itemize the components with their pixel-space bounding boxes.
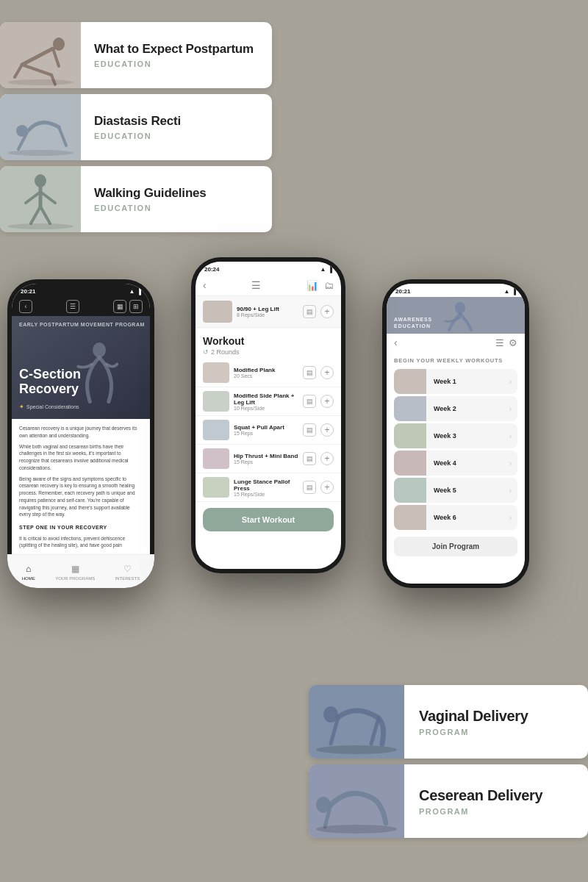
calendar-icon[interactable]: ▦	[113, 300, 126, 313]
phone1-body-p1: Cesarean recovery is a unique journey th…	[19, 425, 143, 440]
phone2-exercise-list: Modified Plank 20 Secs ▤ + Modified Side…	[196, 359, 341, 502]
card-image-3	[0, 166, 81, 232]
battery-icon: ▐	[137, 288, 141, 295]
phone2-ex-row-0[interactable]: Modified Plank 20 Secs ▤ +	[196, 359, 341, 387]
phone2-ex-plus-1[interactable]: +	[320, 395, 334, 408]
phone-workout: 20:24 ▲ ▐ ‹ ☰ 📊 🗂 90/90 + Leg Lift	[191, 257, 345, 573]
bc-text-cesarean: Ceserean Delivery PROGRAM	[404, 787, 588, 816]
settings-icon[interactable]: ⊞	[129, 300, 143, 313]
phone3-week-5-label: Week 5	[426, 487, 509, 494]
phone2-ex-row-3[interactable]: Hip Thrust + Mini Band 15 Reps ▤ +	[196, 445, 341, 473]
phone3-week-6-label: Week 6	[426, 514, 509, 521]
card-cesarean-delivery[interactable]: Ceserean Delivery PROGRAM	[309, 764, 588, 838]
phone2-ex-name-1: Modified Side Plank + Leg Lift	[234, 392, 298, 406]
phone2-start-btn[interactable]: Start Workout	[203, 508, 334, 531]
phone2-chart-btn[interactable]: ▤	[303, 305, 316, 318]
phone1-body-p3: Being aware of the signs and symptoms sp…	[19, 476, 143, 519]
card-text-2: Diastasis Recti EDUCATION	[81, 114, 272, 140]
phone3-week-2-chevron: ›	[509, 405, 517, 413]
phone2-chart-icon[interactable]: 📊	[306, 280, 318, 291]
phone2-ex-actions-3: ▤ +	[303, 452, 334, 465]
phone2-ex-row-2[interactable]: Squat + Pull Apart 15 Reps ▤ +	[196, 416, 341, 445]
phone2-ex-thumb-0	[203, 362, 229, 383]
phone-weekly: 20:21 ▲ ▐ Awareness EDUCATIO	[382, 279, 529, 588]
phone2-ex-actions-0: ▤ +	[303, 366, 334, 379]
phone2-top-thumb	[203, 301, 232, 323]
card-vaginal-delivery[interactable]: Vaginal Delivery PROGRAM	[309, 685, 588, 759]
phone3-menu-icon[interactable]: ☰	[495, 337, 504, 348]
card-walking-guidelines[interactable]: Walking Guidelines EDUCATION	[0, 166, 272, 232]
nav-home[interactable]: ⌂ HOME	[22, 563, 35, 581]
phone3-wifi: ▲	[503, 288, 509, 295]
phone3-week-5[interactable]: Week 5 ›	[394, 478, 517, 503]
phone2-ex-chart-2[interactable]: ▤	[303, 423, 316, 437]
phone2-plus-btn[interactable]: +	[320, 305, 334, 318]
phone3-week-3-label: Week 3	[426, 432, 509, 440]
phone3-battery: ▐	[512, 288, 516, 295]
phone3-week-5-img	[394, 478, 426, 503]
bottom-card-list: Vaginal Delivery PROGRAM Ceserean Delive…	[309, 685, 588, 838]
phone3-week-4[interactable]: Week 4 ›	[394, 451, 517, 476]
phone2-top-ex-reps: 8 Reps/Side	[237, 312, 279, 318]
phone2-ex-chart-3[interactable]: ▤	[303, 452, 316, 465]
svg-point-21	[93, 343, 106, 357]
phone3-week-6-img	[394, 505, 426, 530]
phone1-early-tag: EARLY POSTPARTUM MOVEMENT PROGRAM	[19, 322, 145, 327]
phone1-top-bar: ‹ ☰ ▦ ⊞	[12, 297, 150, 316]
phone2-menu-icon[interactable]: ☰	[251, 279, 261, 291]
phone2-ex-plus-3[interactable]: +	[320, 452, 334, 465]
phone3-hero-label: Awareness EDUCATION	[394, 316, 432, 329]
phone3-week-2[interactable]: Week 2 ›	[394, 396, 517, 421]
phone2-ex-thumb-3	[203, 448, 229, 469]
menu-icon[interactable]: ☰	[66, 300, 79, 313]
svg-point-32	[316, 825, 397, 833]
phone2-ex-row-4[interactable]: Lunge Stance Pallof Press 15 Reps/Side ▤…	[196, 473, 341, 502]
phone2-ex-chart-4[interactable]: ▤	[303, 481, 316, 494]
phone3-top-bar: ‹ ☰ ⚙	[387, 334, 525, 351]
phone2-ex-reps-0: 20 Secs	[234, 373, 298, 379]
bc-title-vaginal: Vaginal Delivery	[419, 708, 573, 725]
phone2-ex-chart-1[interactable]: ▤	[303, 395, 316, 408]
phone2-ex-plus-4[interactable]: +	[320, 481, 334, 494]
phone3-join-btn[interactable]: Join Program	[394, 537, 517, 556]
phone2-add-icon[interactable]: 🗂	[324, 280, 334, 291]
card-diastasis-recti[interactable]: Diastasis Recti EDUCATION	[0, 94, 272, 160]
bc-subtitle-vaginal: PROGRAM	[419, 728, 573, 736]
phone2-ex-plus-2[interactable]: +	[320, 423, 334, 437]
phone3-week-6[interactable]: Week 6 ›	[394, 505, 517, 530]
phone3-back-btn[interactable]: ‹	[394, 337, 398, 348]
card-what-to-expect[interactable]: What to Expect Postpartum EDUCATION	[0, 22, 272, 88]
phone3-settings-icon[interactable]: ⚙	[509, 337, 517, 348]
card-image-1	[0, 22, 81, 88]
phone2-ex-reps-3: 15 Reps	[234, 459, 298, 465]
phone2-top-nav: ‹ ☰ 📊 🗂	[196, 275, 341, 296]
phone2-ex-row-1[interactable]: Modified Side Plank + Leg Lift 10 Reps/S…	[196, 387, 341, 416]
phone2-battery: ▐	[328, 266, 332, 273]
wifi-icon: ▲	[129, 288, 135, 295]
svg-point-28	[316, 745, 397, 754]
phone2-ex-thumb-4	[203, 477, 229, 498]
phone2-ex-info-4: Lunge Stance Pallof Press 15 Reps/Side	[234, 478, 298, 497]
phone1-hero-title: C-SectionRecovery	[19, 368, 81, 397]
phone1-body: Cesarean recovery is a unique journey th…	[12, 419, 150, 555]
phone1-time: 20:21	[21, 288, 35, 295]
phone2-ex-chart-0[interactable]: ▤	[303, 366, 316, 379]
phone2-back-btn[interactable]: ‹	[203, 279, 207, 291]
programs-icon: ▦	[69, 563, 81, 575]
phone2-top-exercise: 90/90 + Leg Lift 8 Reps/Side ▤ +	[196, 296, 341, 328]
back-icon[interactable]: ‹	[19, 300, 32, 313]
bc-subtitle-cesarean: PROGRAM	[419, 807, 573, 816]
phone3-week-4-img	[394, 451, 426, 476]
card-text-1: What to Expect Postpartum EDUCATION	[81, 42, 272, 68]
phone2-ex-thumb-1	[203, 391, 229, 412]
phone3-week-3[interactable]: Week 3 ›	[394, 423, 517, 448]
phone2-ex-plus-0[interactable]: +	[320, 366, 334, 379]
nav-programs[interactable]: ▦ YOUR PROGRAMS	[55, 563, 95, 581]
nav-interests[interactable]: ♡ INTERESTS	[115, 563, 140, 581]
top-card-list: What to Expect Postpartum EDUCATION Dias…	[0, 22, 272, 232]
card-subtitle-2: EDUCATION	[94, 132, 259, 140]
phone2-section-title: Workout	[203, 335, 334, 347]
phone3-time: 20:21	[395, 288, 410, 295]
phone2-ex-info-0: Modified Plank 20 Secs	[234, 367, 298, 379]
phone3-week-1[interactable]: Week 1 ›	[394, 369, 517, 394]
